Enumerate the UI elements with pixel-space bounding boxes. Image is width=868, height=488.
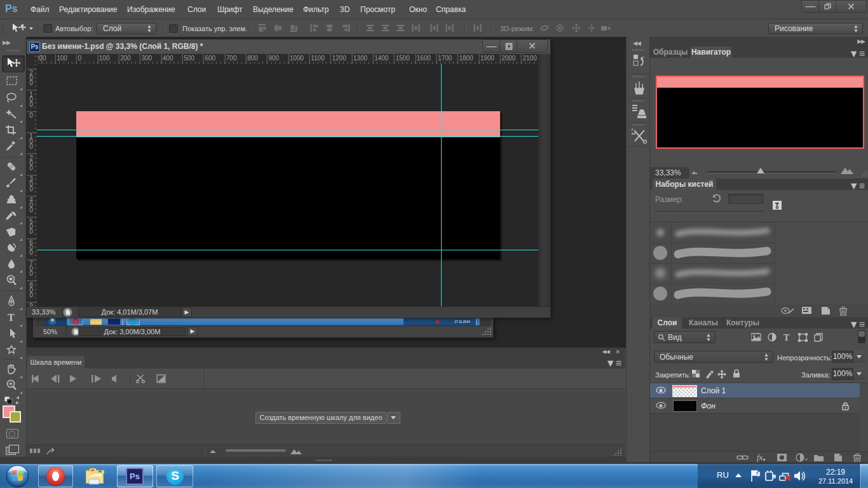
svg-text:T: T [783, 333, 790, 342]
svg-text:T: T [8, 312, 15, 323]
